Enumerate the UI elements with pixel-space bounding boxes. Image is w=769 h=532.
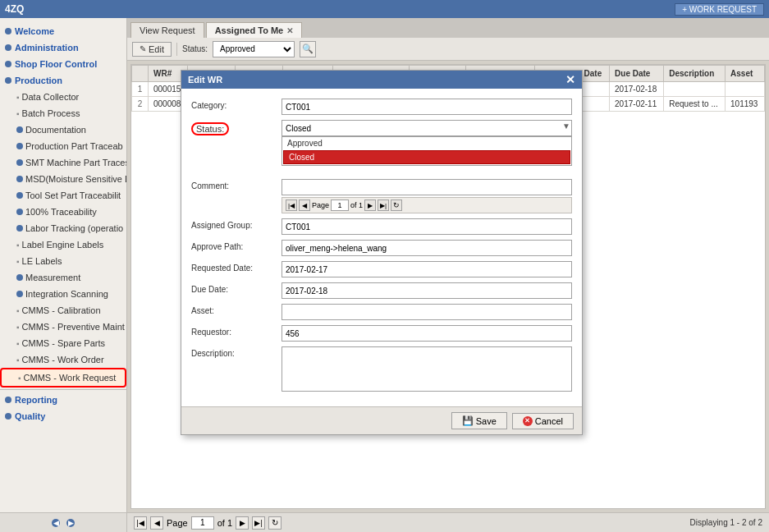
dot-prodpart [16,143,23,149]
approve-path-input[interactable] [282,240,572,256]
cancel-button[interactable]: ✕ Cancel [512,413,574,429]
status-select[interactable]: Approved Closed Open Pending [213,41,295,57]
description-textarea[interactable] [282,346,572,392]
category-input[interactable] [282,99,572,115]
requested-date-input[interactable] [282,261,572,277]
requestor-label: Requestor: [191,325,282,337]
edit-wr-modal: Edit WR ✕ Category: Status: Approved Clo… [181,70,583,435]
status-dropdown-list: Approved Closed [282,136,572,166]
dot-smt [16,159,23,166]
sidebar-item-prod-part[interactable]: Production Part Traceab [0,138,126,154]
sidebar-item-le-labels[interactable]: ▪LE Labels [0,253,126,269]
sidebar-item-100trace[interactable]: 100% Traceability [0,204,126,220]
form-row-assigned-group: Assigned Group: [191,218,572,235]
modal-close-button[interactable]: ✕ [565,74,575,85]
form-row-requestor: Requestor: [191,325,572,342]
sidebar-item-measurement[interactable]: Measurement [0,269,126,286]
comment-page-input[interactable] [331,200,349,211]
sidebar-item-reporting[interactable]: Reporting [0,392,126,408]
asset-input[interactable] [282,304,572,320]
comment-prev-btn[interactable]: ◀ [299,200,310,211]
next-page-btn[interactable]: ▶ [236,516,249,530]
sidebar-item-cmms-calibration[interactable]: ▪CMMS - Calibration [0,302,126,319]
sidebar: Welcome Administration Shop Floor Contro… [0,18,127,532]
row-duedate-2: 2017-02-11 [610,97,664,112]
sidebar-item-data-collector[interactable]: ▪Data Collector [0,89,126,105]
form-row-requested-date: Requested Date: [191,261,572,277]
app-title: 4ZQ [5,3,24,15]
dot-doc [16,126,23,133]
comment-next-btn[interactable]: ▶ [364,200,376,211]
tab-assigned-to-me[interactable]: Assigned To Me ✕ [206,22,303,38]
tab-view-request[interactable]: View Request [130,22,204,38]
comment-first-btn[interactable]: |◀ [286,200,297,211]
edit-button[interactable]: ✎ Edit [132,42,172,57]
sidebar-item-cmms-preventive[interactable]: ▪CMMS - Preventive Maint [0,319,126,335]
dropdown-option-approved[interactable]: Approved [282,137,571,149]
due-date-label: Due Date: [191,282,282,294]
dot-msd [16,176,23,182]
sidebar-item-cmms-spare[interactable]: ▪CMMS - Spare Parts [0,335,126,351]
sidebar-item-cmms-workrequest[interactable]: ▪CMMS - Work Request [0,368,126,388]
row-asset-1 [726,82,765,97]
dot-production [5,77,11,84]
row-num-1: 1 [132,82,149,97]
prev-page-btn[interactable]: ◀ [150,516,163,530]
first-page-btn[interactable]: |◀ [134,516,147,530]
description-label: Description: [191,346,282,358]
category-label: Category: [191,99,282,110]
sidebar-item-toolset[interactable]: Tool Set Part Traceabilit [0,187,126,204]
comment-pagination: |◀ ◀ Page of 1 ▶ ▶| ↻ [282,197,572,213]
sidebar-item-quality[interactable]: Quality [0,408,126,424]
modal-title-bar: Edit WR ✕ [181,71,582,89]
page-input[interactable] [191,516,214,530]
assigned-group-input[interactable] [282,218,572,235]
work-request-button[interactable]: + WORK REQUEST [675,3,764,16]
status-field-label: Status: [191,120,282,135]
form-row-due-date: Due Date: [191,282,572,299]
sidebar-item-administration[interactable]: Administration [0,39,126,56]
dot-welcome [5,28,11,34]
sidebar-item-welcome[interactable]: Welcome [0,23,126,39]
sidebar-item-shopfloor[interactable]: Shop Floor Control [0,56,126,72]
tab-close-icon[interactable]: ✕ [286,26,293,35]
dot-admin [5,44,11,51]
col-due-date: Due Date [610,66,664,82]
save-icon: 💾 [462,415,474,426]
comment-input[interactable] [282,179,572,195]
sidebar-item-msd[interactable]: MSD(Moisture Sensitive D [0,171,126,187]
display-info: Displaying 1 - 2 of 2 [690,518,762,527]
search-button[interactable]: 🔍 [300,41,316,57]
comment-refresh-btn[interactable]: ↻ [391,200,402,211]
form-row-category: Category: [191,99,572,115]
modal-status-select[interactable]: Approved Closed [282,120,572,136]
status-label-annotated: Status: [191,122,229,135]
dropdown-option-closed[interactable]: Closed [283,150,570,164]
sidebar-item-batch-process[interactable]: ▪Batch Process [0,105,126,122]
form-row-description: Description: [191,346,572,392]
sidebar-item-documentation[interactable]: Documentation [0,122,126,138]
sidebar-item-smt[interactable]: SMT Machine Part Traces [0,154,126,171]
comment-last-btn[interactable]: ▶| [378,200,389,211]
sidebar-item-cmms-workorder[interactable]: ▪CMMS - Work Order [0,351,126,368]
tab-bar: View Request Assigned To Me ✕ [127,18,769,38]
modal-body: Category: Status: Approved Closed ▼ Appr… [181,89,582,406]
sidebar-nav-btn-prev[interactable]: ◀ [52,519,60,527]
requestor-input[interactable] [282,325,572,342]
last-page-btn[interactable]: ▶| [252,516,265,530]
modal-footer: 💾 Save ✕ Cancel [181,406,582,434]
sidebar-nav-btn-next[interactable]: ▶ [66,519,75,527]
save-button[interactable]: 💾 Save [451,412,507,429]
refresh-btn[interactable]: ↻ [268,516,282,530]
sidebar-item-labor[interactable]: Labor Tracking (operatio [0,220,126,236]
of-label: of 1 [217,518,232,528]
asset-label: Asset: [191,304,282,315]
dot-trace [16,209,23,215]
form-row-comment: Comment: |◀ ◀ Page of 1 ▶ ▶| ↻ [191,179,572,213]
due-date-input[interactable] [282,282,572,299]
sidebar-item-integration[interactable]: Integration Scanning [0,286,126,302]
dot-toolset [16,192,23,199]
edit-icon: ✎ [140,44,146,53]
sidebar-item-production[interactable]: Production [0,72,126,89]
sidebar-item-label-engine[interactable]: ▪Label Engine Labels [0,236,126,253]
